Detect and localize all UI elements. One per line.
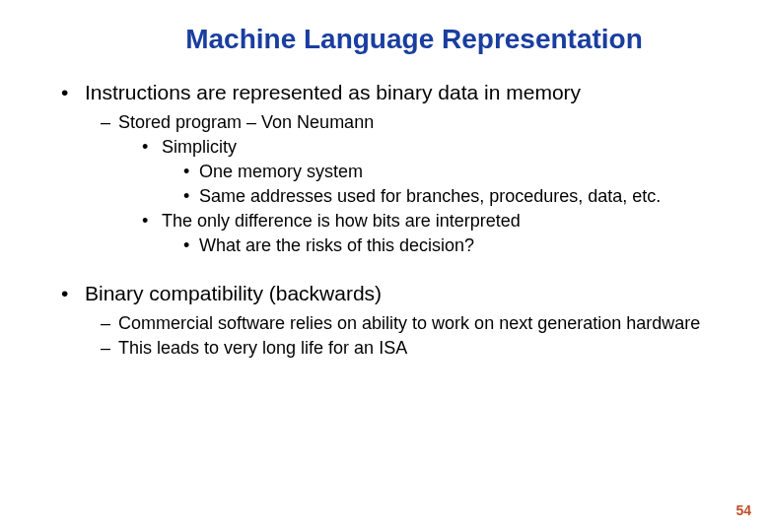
bullet-marker: – — [101, 338, 118, 359]
bullet-marker: • — [142, 211, 162, 232]
bullet-level1: • Binary compatibility (backwards) — [61, 282, 730, 305]
bullet-level1: • Instructions are represented as binary… — [61, 81, 730, 104]
bullet-level2: – This leads to very long life for an IS… — [101, 338, 730, 359]
bullet-text: Commercial software relies on ability to… — [118, 313, 700, 334]
bullet-text: The only difference is how bits are inte… — [162, 211, 521, 232]
bullet-marker: • — [61, 282, 85, 305]
bullet-level4: • What are the risks of this decision? — [183, 235, 730, 256]
bullet-text: One memory system — [199, 162, 363, 182]
bullet-text: Binary compatibility (backwards) — [85, 282, 382, 305]
bullet-text: What are the risks of this decision? — [199, 235, 474, 256]
bullet-text: Stored program – Von Neumann — [118, 112, 374, 133]
bullet-marker: • — [142, 137, 162, 158]
slide-content: • Instructions are represented as binary… — [0, 81, 769, 359]
bullet-marker: • — [61, 81, 85, 104]
bullet-level3: • The only difference is how bits are in… — [142, 211, 730, 232]
bullet-level2: – Stored program – Von Neumann — [101, 112, 730, 133]
bullet-level2: – Commercial software relies on ability … — [101, 313, 730, 334]
bullet-text: This leads to very long life for an ISA — [118, 338, 407, 359]
bullet-level4: • Same addresses used for branches, proc… — [183, 186, 730, 207]
slide-title: Machine Language Representation — [0, 24, 769, 55]
bullet-marker: – — [101, 112, 118, 133]
bullet-level4: • One memory system — [183, 162, 730, 182]
bullet-text: Instructions are represented as binary d… — [85, 81, 581, 104]
bullet-text: Same addresses used for branches, proced… — [199, 186, 661, 207]
bullet-marker: • — [183, 162, 199, 182]
page-number: 54 — [735, 502, 751, 518]
bullet-text: Simplicity — [162, 137, 237, 158]
bullet-level3: • Simplicity — [142, 137, 730, 158]
bullet-marker: • — [183, 235, 199, 256]
bullet-marker: • — [183, 186, 199, 207]
bullet-marker: – — [101, 313, 118, 334]
